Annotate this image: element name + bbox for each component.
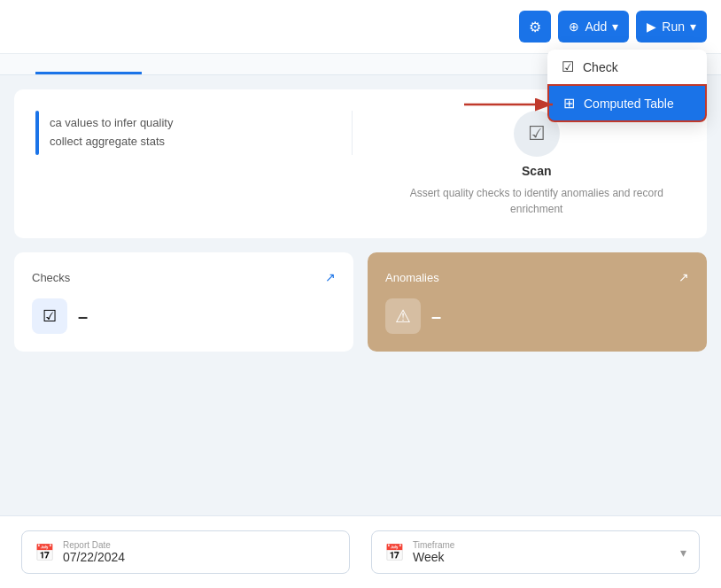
- check-label: Check: [583, 60, 618, 74]
- scan-card-title: Scan: [522, 164, 551, 178]
- timeframe-chevron-icon: ▾: [680, 545, 686, 560]
- warning-icon: ⚠: [395, 306, 411, 327]
- run-chevron-icon: ▾: [690, 19, 696, 34]
- scan-card[interactable]: ☑ Scan Assert quality checks to identify…: [388, 111, 686, 217]
- anomalies-stat-header: Anomalies ↗: [385, 270, 689, 284]
- anomalies-stat-title: Anomalies: [385, 271, 439, 284]
- active-tab-indicator: [35, 72, 142, 74]
- add-dropdown-menu: ☑ Check ⊞ Computed Table: [547, 50, 707, 122]
- dropdown-item-check[interactable]: ☑ Check: [547, 50, 707, 84]
- left-card: ca values to infer quality collect aggre…: [35, 111, 353, 155]
- anomalies-stat-card: Anomalies ↗ ⚠ –: [368, 252, 707, 352]
- checks-stat-card: Checks ↗ ☑ –: [14, 252, 353, 352]
- anomalies-value: –: [431, 306, 441, 327]
- run-button[interactable]: ▶ Run ▾: [636, 11, 707, 43]
- report-date-filter[interactable]: 📅 Report Date 07/22/2024: [21, 530, 350, 574]
- left-text: ca values to infer quality collect aggre…: [50, 114, 334, 151]
- scan-icon: ☑: [528, 122, 546, 145]
- report-date-value: 07/22/2024: [63, 550, 337, 564]
- checks-value: –: [78, 306, 88, 327]
- report-date-label: Report Date: [63, 540, 337, 550]
- add-label: Add: [585, 19, 607, 34]
- run-label: Run: [662, 19, 685, 34]
- report-date-calendar-icon: 📅: [35, 543, 54, 562]
- checks-stat-arrow-icon[interactable]: ↗: [325, 270, 336, 284]
- report-date-label-group: Report Date 07/22/2024: [63, 540, 337, 564]
- checks-stat-title: Checks: [32, 271, 70, 284]
- toolbar: ⚙ ⊕ Add ▾ ▶ Run ▾: [0, 0, 721, 54]
- stats-section: Checks ↗ ☑ – Anomalies ↗ ⚠ –: [14, 252, 707, 352]
- timeframe-value: Week: [413, 550, 671, 564]
- timeframe-filter[interactable]: 📅 Timeframe Week ▾: [371, 530, 700, 574]
- settings-button[interactable]: ⚙: [519, 11, 551, 43]
- checks-stat-body: ☑ –: [32, 298, 336, 334]
- timeframe-label-group: Timeframe Week: [413, 540, 671, 564]
- timeframe-label: Timeframe: [413, 540, 671, 550]
- arrow-annotation: [464, 87, 570, 122]
- checks-icon-box: ☑: [32, 298, 67, 334]
- plus-icon: ⊕: [569, 19, 579, 34]
- gear-icon: ⚙: [529, 19, 541, 35]
- checks-stat-header: Checks ↗: [32, 270, 336, 284]
- filters-section: 📅 Report Date 07/22/2024 📅 Timeframe Wee…: [0, 515, 721, 588]
- computed-table-label: Computed Table: [584, 97, 674, 111]
- anomalies-icon-box: ⚠: [385, 298, 421, 334]
- check-icon: ☑: [562, 58, 574, 75]
- timeframe-calendar-icon: 📅: [384, 543, 404, 562]
- left-text-line1: ca values to infer quality: [50, 114, 316, 133]
- accent-bar: [35, 111, 39, 155]
- dropdown-item-computed-table[interactable]: ⊞ Computed Table: [547, 84, 707, 122]
- anomalies-stat-arrow-icon[interactable]: ↗: [678, 270, 689, 284]
- anomalies-stat-body: ⚠ –: [385, 298, 689, 334]
- checks-icon: ☑: [43, 306, 57, 326]
- add-chevron-icon: ▾: [612, 19, 618, 34]
- scan-card-description: Assert quality checks to identify anomal…: [388, 185, 686, 217]
- add-button[interactable]: ⊕ Add ▾: [558, 11, 629, 43]
- left-text-line2: collect aggregate stats: [50, 133, 316, 151]
- run-play-icon: ▶: [647, 19, 656, 34]
